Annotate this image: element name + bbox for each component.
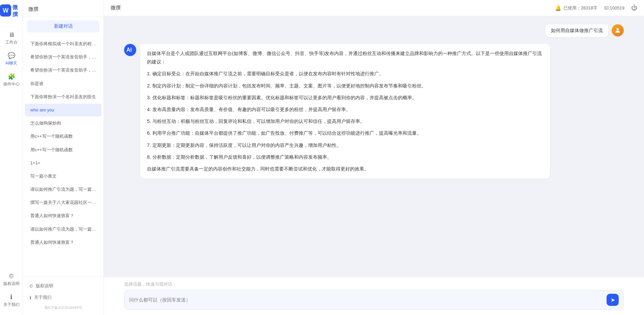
send-button[interactable]: ➤: [607, 294, 619, 306]
beian-info: 蜀ICP备2022016949号: [28, 303, 98, 312]
footer-about-icon: ℹ: [30, 295, 31, 300]
ai-avatar: AI: [124, 44, 136, 56]
ai-paragraph-9: 自媒体推广引流需要具备一定的内容创作和社交能力，同时也需要不断尝试和优化，才能取…: [147, 165, 543, 173]
conversation-list: 下面你将模拟成一个叫圣友的程序员、我说... 希望你扮演一个英语发音助手，我提供…: [23, 36, 104, 277]
about-icon: ℹ: [8, 293, 15, 301]
topbar: 微撰 🔔 已使用：28318字 ID:100519 ⏻: [104, 0, 644, 16]
footer-about-label: 关于我们: [34, 294, 52, 300]
chat-input[interactable]: [129, 297, 603, 303]
aichat-icon: 💬: [8, 52, 15, 59]
list-item[interactable]: 普通人如何快速致富？: [25, 209, 101, 222]
footer-copyright-icon: ©: [30, 284, 33, 289]
list-item[interactable]: 你是谁: [25, 77, 101, 90]
input-section: 选择话题，快速与我对话： ➤: [104, 277, 644, 315]
sidebar: 微撰 新建对话 下面你将模拟成一个叫圣友的程序员、我说... 希望你扮演一个英语…: [23, 0, 104, 315]
list-item[interactable]: 下面你将模拟成一个叫圣友的程序员、我说...: [25, 37, 101, 50]
plugin-label: 插件中心: [3, 81, 20, 87]
list-item[interactable]: 写一篇小黄文: [25, 170, 101, 183]
svg-point-0: [617, 28, 619, 30]
ai-paragraph-7: 7. 定期更新：定期更新内容，保持活跃度，可以让用户对你的内容产生兴趣，增加用户…: [147, 141, 543, 150]
logo-icon: W: [0, 4, 11, 17]
send-icon: ➤: [611, 297, 615, 303]
main-content: 微撰 🔔 已使用：28318字 ID:100519 ⏻ 如何用自媒体做推广引流: [104, 0, 644, 315]
chat-area: 如何用自媒体做推广引流 AI 自媒体平台是个人或团队通过互联网平台(如博客、微博…: [104, 16, 644, 277]
quick-topics-label: 选择话题，快速与我对话：: [124, 281, 624, 287]
ai-paragraph-0: 自媒体平台是个人或团队通过互联网平台(如博客、微博、微信公众号、抖音、快手等)发…: [147, 49, 543, 66]
footer-copyright-button[interactable]: © 版权说明: [28, 280, 98, 292]
new-conversation-button[interactable]: 新建对话: [27, 20, 99, 32]
usage-text: 已使用：28318字: [563, 5, 597, 11]
ai-paragraph-5: 5. 与粉丝互动：积极与粉丝互动，回复评论和私信，可以增加用户对你的认可和信任，…: [147, 117, 543, 126]
svg-text:AI: AI: [126, 47, 132, 53]
list-item[interactable]: 撰写一篇关于八大家花园社区一刻钟便民生...: [25, 196, 101, 209]
ai-paragraph-6: 6. 利用平台推广功能：自媒体平台都提供了推广功能，如广告投放、付费推广等，可以…: [147, 129, 543, 137]
user-bubble: 如何用自媒体做推广引流: [546, 24, 608, 37]
ai-paragraph-3: 3. 优化标题和标签：标题和标签是吸引粉丝的重要因素。优化标题和标签可以让更多的…: [147, 94, 543, 102]
user-avatar-image: [612, 24, 624, 36]
logo-area: W 微撰: [0, 4, 23, 18]
sidebar-item-aichat[interactable]: 💬 AI聊天: [0, 49, 23, 70]
topbar-right: 🔔 已使用：28318字 ID:100519 ⏻: [555, 4, 637, 11]
ai-bubble: 自媒体平台是个人或团队通过互联网平台(如博客、微博、微信公众号、抖音、快手等)发…: [140, 44, 550, 179]
page-title: 微撰: [111, 5, 121, 11]
left-navigation: W 微撰 🖥 工作台 💬 AI聊天 🧩 插件中心 © 版权说明 ℹ 关于我们: [0, 0, 23, 315]
user-avatar: [612, 24, 624, 36]
list-item[interactable]: 希望你扮演一个英语发音助手，我提供给你...: [25, 51, 101, 63]
logo-text: 微撰: [12, 4, 23, 18]
list-item[interactable]: 请以如何推广引流为题，写一篇大纲: [25, 223, 101, 236]
user-message: 如何用自媒体做推广引流: [124, 24, 624, 37]
plugin-icon: 🧩: [8, 73, 15, 80]
sidebar-header: 微撰: [23, 0, 104, 17]
workbench-label: 工作台: [5, 40, 18, 45]
list-item[interactable]: 用c++写一个随机函数: [25, 143, 101, 156]
list-item[interactable]: 怎么做狗屎炒肉: [25, 117, 101, 130]
ai-paragraph-1: 1. 确定目标受众：在开始自媒体推广引流之前，需要明确目标受众是谁，以便在发布内…: [147, 70, 543, 78]
list-item[interactable]: 用c++写一个随机函数: [25, 130, 101, 143]
sidebar-footer: © 版权说明 ℹ 关于我们 蜀ICP备2022016949号: [23, 277, 104, 315]
sidebar-item-about[interactable]: ℹ 关于我们: [3, 290, 20, 311]
footer-copyright-label: 版权说明: [36, 283, 53, 289]
copyright-icon: ©: [8, 272, 15, 280]
about-label: 关于我们: [3, 302, 20, 308]
token-icon: 🔔: [555, 5, 561, 11]
ai-paragraph-2: 2. 制定内容计划：制定一份详细的内容计划，包括发布时间、频率、主题、文案、图片…: [147, 82, 543, 90]
list-item[interactable]: 下面你将扮演一个名叫圣友的医生: [25, 90, 101, 103]
logout-button[interactable]: ⏻: [631, 4, 637, 11]
ai-message: AI 自媒体平台是个人或团队通过互联网平台(如博客、微博、微信公众号、抖音、快手…: [124, 44, 624, 179]
sidebar-item-workbench[interactable]: 🖥 工作台: [0, 28, 23, 49]
workbench-icon: 🖥: [8, 31, 15, 38]
list-item[interactable]: 请以如何推广引流为题，写一篇大纲: [25, 183, 101, 196]
list-item[interactable]: 1+1=: [25, 157, 101, 169]
list-item[interactable]: who are you: [25, 104, 101, 116]
aichat-label: AI聊天: [5, 60, 17, 66]
user-id: ID:100519: [604, 5, 624, 10]
input-wrapper: ➤: [124, 290, 624, 310]
list-item[interactable]: 普通人如何快速致富？: [25, 236, 101, 249]
ai-paragraph-8: 8. 分析数据：定期分析数据，了解用户反馈和喜好，以便调整推广策略和内容发布频率…: [147, 153, 543, 161]
sidebar-item-copyright[interactable]: © 版权说明: [3, 269, 20, 290]
sidebar-item-plugin[interactable]: 🧩 插件中心: [0, 70, 23, 90]
usage-info: 🔔 已使用：28318字: [555, 5, 597, 11]
list-item[interactable]: 希望你扮演一个英语发音助手，我提供给你...: [25, 64, 101, 77]
ai-paragraph-4: 4. 发布高质量内容：发布高质量、有价值、有趣的内容可以吸引更多的粉丝，并提高用…: [147, 105, 543, 114]
copyright-label: 版权说明: [3, 281, 20, 287]
footer-about-button[interactable]: ℹ 关于我们: [28, 292, 98, 303]
